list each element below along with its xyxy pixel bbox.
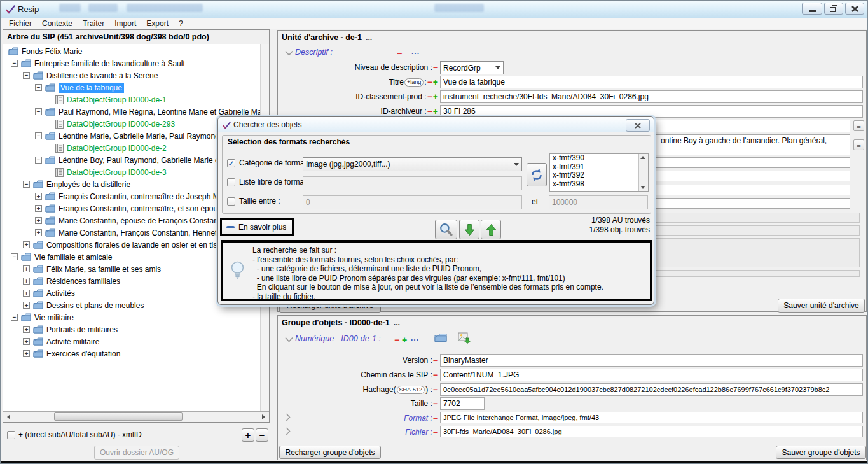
remove-field-icon[interactable]: − bbox=[433, 357, 438, 363]
expand-icon[interactable]: + bbox=[23, 326, 30, 333]
scroll-right-icon[interactable] bbox=[259, 412, 268, 421]
menu-contexte[interactable]: Contexte bbox=[37, 19, 78, 28]
format-list-item[interactable]: x-fmt/390 bbox=[550, 154, 648, 163]
expand-icon[interactable]: + bbox=[23, 290, 30, 297]
numerique-more[interactable]: ... bbox=[411, 334, 419, 342]
numerique-section-label[interactable]: Numérique - ID00-de-1 : bbox=[295, 334, 381, 343]
title-bar[interactable]: Resip bbox=[1, 1, 867, 19]
tree-item[interactable]: DataObjectGroup ID000-de-1 bbox=[3, 94, 260, 106]
taille-min-input[interactable]: 0 bbox=[303, 195, 522, 209]
fichier-input[interactable]: 30FI-fds_Marie/AD084_30Fi_0286.jpg bbox=[440, 426, 863, 437]
tree-item[interactable]: −Entreprise familiale de lavandiculture … bbox=[3, 57, 260, 69]
format-list-item[interactable]: x-fmt/398 bbox=[550, 180, 648, 189]
descriptif-section-label[interactable]: Descriptif : bbox=[295, 48, 333, 57]
save-archive-unit-button[interactable]: Sauver unité d'archive bbox=[778, 299, 865, 313]
liste-libre-checkbox[interactable] bbox=[227, 178, 235, 186]
menu-export[interactable]: Export bbox=[141, 19, 174, 28]
reload-object-group-button[interactable]: Recharger groupe d'objets bbox=[279, 446, 381, 459]
remove-object-icon[interactable]: − bbox=[394, 337, 399, 343]
menu-fichier[interactable]: Fichier bbox=[4, 19, 37, 28]
format-list-item[interactable]: x-fmt/392 bbox=[550, 171, 648, 180]
collapse-icon[interactable]: − bbox=[11, 314, 18, 321]
expand-icon[interactable]: + bbox=[35, 205, 42, 212]
expand-icon[interactable]: + bbox=[35, 229, 42, 236]
close-button[interactable] bbox=[845, 3, 864, 15]
add-field-icon[interactable]: + bbox=[433, 79, 438, 85]
scroll-down-icon[interactable] bbox=[638, 184, 647, 191]
expand-icon[interactable]: + bbox=[23, 278, 30, 285]
chemin-input[interactable]: Content/1NUM_1.JPG bbox=[440, 369, 863, 381]
dialog-title-bar[interactable]: Chercher des objets bbox=[218, 117, 654, 132]
lang-badge[interactable]: +lang bbox=[404, 78, 424, 87]
expand-icon[interactable]: + bbox=[23, 338, 30, 345]
scroll-left-icon[interactable] bbox=[4, 412, 13, 421]
expand-icon[interactable]: + bbox=[23, 350, 30, 357]
menu-import[interactable]: Import bbox=[109, 19, 141, 28]
refresh-formats-button[interactable] bbox=[527, 163, 547, 186]
remove-field-icon[interactable]: − bbox=[433, 415, 438, 421]
tree-item[interactable]: −Vie militaire bbox=[3, 311, 260, 323]
edit-text-button[interactable]: ≡ bbox=[853, 139, 864, 150]
collapse-icon[interactable]: − bbox=[35, 157, 42, 164]
tree-zoom-out-button[interactable]: − bbox=[256, 428, 268, 442]
categorie-select[interactable]: Image (jpg,jpg2000,tiff...) bbox=[303, 157, 522, 171]
minimize-button[interactable] bbox=[802, 3, 822, 15]
scrollbar-thumb[interactable] bbox=[54, 412, 183, 421]
collapse-section-icon[interactable] bbox=[285, 50, 293, 56]
dialog-close-button[interactable] bbox=[626, 119, 650, 132]
remove-field-icon[interactable]: − bbox=[433, 429, 438, 435]
subau-xmlid-checkbox[interactable] bbox=[7, 431, 15, 439]
niveau-select[interactable]: RecordGrp bbox=[440, 61, 504, 74]
tree-item[interactable]: +Activité militaire bbox=[3, 335, 260, 348]
collapse-section-icon[interactable] bbox=[285, 337, 293, 342]
categorie-checkbox[interactable] bbox=[227, 159, 235, 167]
expand-icon[interactable]: + bbox=[23, 265, 30, 272]
collapse-icon[interactable]: − bbox=[23, 181, 30, 188]
previous-result-button[interactable] bbox=[481, 220, 501, 239]
remove-field-icon[interactable]: − bbox=[427, 94, 432, 100]
expand-icon[interactable]: + bbox=[35, 193, 42, 200]
remove-field-icon[interactable]: − bbox=[427, 79, 432, 85]
tree-horizontal-scrollbar[interactable] bbox=[3, 411, 269, 422]
remove-field-icon[interactable]: − bbox=[433, 386, 438, 393]
remove-field-icon[interactable]: − bbox=[427, 108, 432, 115]
collapse-icon[interactable]: − bbox=[35, 84, 42, 91]
taille-input[interactable]: 7702 bbox=[440, 397, 485, 410]
add-field-icon[interactable]: + bbox=[433, 94, 438, 100]
remove-field-icon[interactable]: − bbox=[433, 400, 438, 407]
extract-object-icon[interactable] bbox=[458, 332, 471, 346]
format-list-item[interactable]: x-fmt/391 bbox=[550, 163, 648, 172]
open-folder-icon[interactable] bbox=[434, 333, 447, 345]
collapse-icon[interactable]: − bbox=[23, 72, 30, 79]
tree-item[interactable]: +Portraits de militaires bbox=[3, 323, 260, 335]
collapse-icon[interactable]: − bbox=[35, 108, 42, 115]
expand-icon[interactable]: + bbox=[23, 302, 30, 309]
hash-algo-badge[interactable]: SHA-512 bbox=[397, 386, 425, 394]
id-archiveur-input[interactable]: 30 FI 286 bbox=[440, 105, 863, 118]
add-object-icon[interactable]: + bbox=[402, 337, 407, 343]
list-scrollbar[interactable] bbox=[638, 154, 648, 191]
menu-help[interactable]: ? bbox=[174, 19, 188, 28]
restore-button[interactable] bbox=[824, 3, 843, 15]
descriptif-more[interactable]: ... bbox=[411, 47, 420, 56]
menu-traiter[interactable]: Traiter bbox=[78, 19, 109, 28]
expand-icon[interactable]: + bbox=[35, 217, 42, 224]
tree-item[interactable]: −Vue de la fabrique bbox=[3, 81, 260, 94]
en-savoir-plus-button[interactable]: En savoir plus bbox=[220, 218, 294, 236]
tree-item[interactable]: −Distillerie de lavande à la Serène bbox=[3, 69, 260, 81]
hachage-input[interactable]: 0e0cec05a1d72ee5610eaa5afbc904c012d19003… bbox=[440, 383, 863, 396]
expand-icon[interactable]: + bbox=[23, 241, 30, 248]
version-input[interactable]: BinaryMaster bbox=[440, 354, 863, 367]
id-classement-input[interactable]: instrument_recherche/30FI-fds_Marie/AD08… bbox=[440, 90, 863, 103]
titre-input[interactable]: Vue de la fabrique bbox=[440, 76, 863, 88]
tree-item[interactable]: +Exercices d'équitation bbox=[3, 348, 260, 360]
add-field-icon[interactable]: + bbox=[433, 108, 438, 115]
remove-field-icon[interactable]: − bbox=[433, 372, 438, 378]
collapse-icon[interactable]: − bbox=[11, 253, 18, 260]
tree-zoom-in-button[interactable]: + bbox=[242, 428, 254, 442]
save-object-group-button[interactable]: Sauver groupe d'objets bbox=[776, 446, 866, 459]
edit-text-button[interactable]: ≡ bbox=[853, 120, 864, 131]
remove-descriptif-icon[interactable]: − bbox=[397, 50, 402, 57]
taille-checkbox[interactable] bbox=[227, 197, 235, 206]
liste-libre-input[interactable] bbox=[303, 176, 522, 190]
